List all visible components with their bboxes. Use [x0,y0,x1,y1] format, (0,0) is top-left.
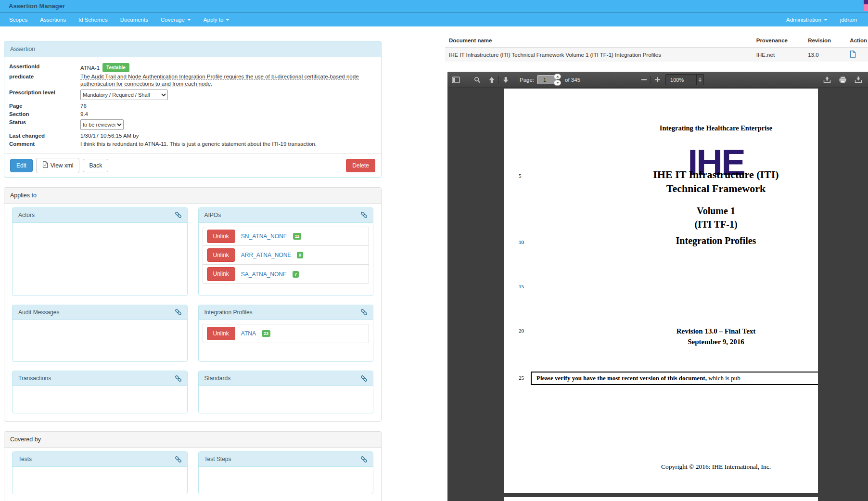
field-prescription-level: Prescription level Mandatory / Required … [9,89,376,102]
pdf-file-icon[interactable] [850,53,856,59]
nav-item-assertions[interactable]: Assertions [34,17,72,23]
transactions-panel-body [13,386,187,413]
pdf-title-line-2: Technical Framework [552,182,818,195]
search-icon[interactable] [474,77,481,83]
test-steps-panel: Test Steps [198,451,374,494]
tests-panel: Tests [12,451,188,494]
page-number-input-wrap [537,75,557,84]
assertion-detail-column: Assertion AssertionId ATNA-1Testable pre… [4,41,382,501]
status-label: Status [9,119,80,126]
status-select[interactable]: to be reviewed [80,119,124,130]
transactions-panel: Transactions [12,371,188,413]
nav-item-coverage[interactable]: Coverage [154,17,197,23]
list-item: Unlink SA_ATNA_NONE 7 [203,264,370,283]
zoom-level-select[interactable]: 100% [665,74,704,85]
aipos-panel: AIPOs Unlink SN_ATNA_NONE 11 Unlink [198,207,374,296]
audit-messages-panel-title: Audit Messages [18,309,59,316]
stepper-up-icon[interactable] [554,74,561,79]
corner-artifact-bottom [864,4,868,11]
documents-table-header-row: Document name Provenance Revision Action [445,34,868,48]
page-number-label: Page: [520,77,534,83]
assertion-id-value-wrap: ATNA-1Testable [80,63,376,72]
assertion-id-value: ATNA-1 [80,65,100,71]
integration-profiles-panel-heading: Integration Profiles [199,305,373,320]
aipo-link[interactable]: ARR_ATNA_NONE [241,252,291,258]
list-item: Unlink ARR_ATNA_NONE 9 [203,245,370,265]
nav-item-apply-to[interactable]: Apply to [197,17,236,23]
zoom-in-icon[interactable] [654,77,661,83]
predicate-value: The Audit Trail and Node Authentication … [80,74,359,87]
header-provenance: Provenance [753,34,804,48]
link-chain-icon[interactable] [361,375,367,382]
test-steps-panel-title: Test Steps [204,456,231,462]
pdf-line-number: 15 [519,283,524,289]
count-badge: 7 [293,271,299,278]
zoom-controls: 100% [641,74,704,85]
print-icon[interactable] [839,76,847,83]
download-icon[interactable] [855,76,862,83]
pdf-title-line-1: IHE IT Infrastructure (ITI) [552,168,818,181]
nav-right-group: Administration jddram [780,17,865,23]
unlink-button[interactable]: Unlink [207,267,235,281]
aipo-link[interactable]: SN_ATNA_NONE [241,233,287,240]
open-file-icon[interactable] [823,76,831,83]
nav-item-scopes[interactable]: Scopes [3,17,34,23]
field-comment: Comment I think this is redundant to ATN… [9,141,376,148]
applies-to-row-2: Audit Messages Integration Profiles Un [8,305,377,362]
pdf-notice-bold: Please verify you have the most recent v… [536,374,707,382]
view-xml-button[interactable]: View xml [36,158,80,173]
nav-item-username[interactable]: jddram [834,17,863,23]
unlink-button[interactable]: Unlink [207,248,235,262]
pdf-notice-box: Please verify you have the most recent v… [531,372,818,385]
integration-profile-link[interactable]: ATNA [241,330,256,337]
link-chain-icon[interactable] [361,456,367,462]
prescription-level-select[interactable]: Mandatory / Required / Shall [80,90,168,100]
link-chain-icon[interactable] [361,212,367,218]
edit-button[interactable]: Edit [10,159,33,172]
link-chain-icon[interactable] [175,456,181,462]
audit-messages-panel-heading: Audit Messages [13,305,187,320]
nav-item-id-schemes[interactable]: Id Schemes [72,17,114,23]
page-value: 76 [80,103,87,109]
unlink-button[interactable]: Unlink [207,327,235,340]
link-chain-icon[interactable] [361,309,367,315]
back-button[interactable]: Back [83,159,108,172]
toolbar-separator [651,76,651,84]
link-chain-icon[interactable] [175,309,181,315]
xml-file-icon [42,161,48,169]
actors-panel: Actors [12,207,188,296]
table-row[interactable]: IHE IT Infrastructure (ITI) Technical Fr… [445,48,868,62]
standards-panel: Standards [198,371,374,413]
field-page: Page 76 [9,103,376,110]
field-status: Status to be reviewed [9,119,376,131]
next-page-icon[interactable] [502,77,509,83]
provenance-cell: IHE.net [753,48,804,62]
header-action: Action [846,34,868,48]
view-xml-label: View xml [51,162,74,169]
chevron-down-icon [226,19,230,21]
section-label: Section [9,111,80,118]
comment-value: I think this is redundant to ATNA-11. Th… [80,141,317,147]
link-chain-icon[interactable] [175,212,181,218]
link-chain-icon[interactable] [175,375,181,382]
stepper-down-icon[interactable] [554,80,561,86]
comment-value-wrap: I think this is redundant to ATNA-11. Th… [80,141,376,148]
nav-item-documents[interactable]: Documents [114,17,154,23]
field-last-changed: Last changed 1/30/17 10:56:15 AM by [9,132,376,140]
unlink-button[interactable]: Unlink [207,230,235,243]
pdf-line-number: 10 [519,239,524,245]
field-predicate: predicate The Audit Trail and Node Authe… [9,73,376,88]
aipos-panel-heading: AIPOs [199,208,373,223]
prescription-level-label: Prescription level [9,89,80,96]
delete-button[interactable]: Delete [346,159,375,172]
previous-page-icon[interactable] [488,77,495,83]
aipo-link[interactable]: SA_ATNA_NONE [241,271,287,278]
pdf-toolbar: Page: of 345 100% [447,72,868,88]
pdf-line-number: 20 [519,328,524,334]
zoom-out-icon[interactable] [641,77,647,83]
transactions-panel-title: Transactions [18,375,51,382]
sidebar-toggle-icon[interactable] [452,77,460,83]
aipos-panel-title: AIPOs [204,212,221,218]
toolbar-separator [498,76,499,84]
nav-item-administration[interactable]: Administration [780,17,834,23]
